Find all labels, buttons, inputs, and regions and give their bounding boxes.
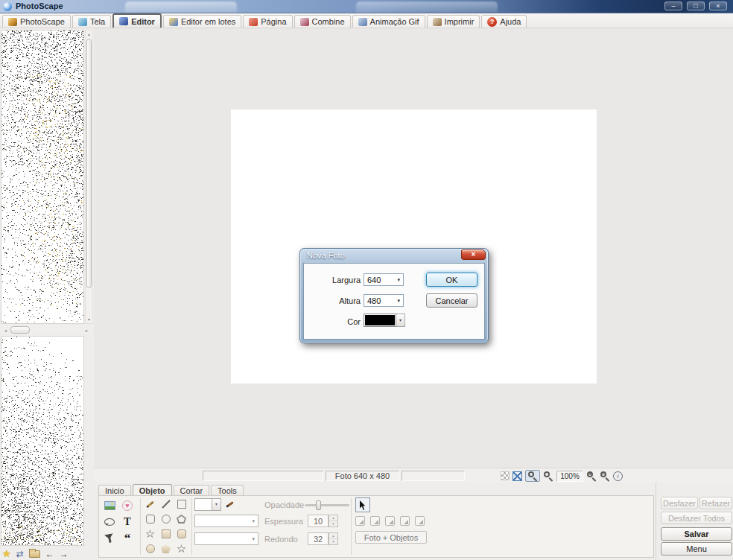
back-icon[interactable]: ← [45, 549, 54, 559]
favorites-icon[interactable]: ★ [2, 549, 11, 559]
dialog-close-button[interactable]: × [461, 249, 486, 260]
speech-balloon-icon[interactable] [104, 518, 115, 526]
insert-image-icon[interactable] [104, 501, 115, 510]
tab-tools[interactable]: Tools [211, 485, 244, 496]
ok-button[interactable]: OK [426, 273, 477, 287]
spin-down-icon[interactable]: ▾ [329, 539, 337, 544]
height-combobox[interactable]: 480 ▾ [364, 294, 404, 307]
spin-up-icon[interactable]: ▴ [329, 515, 337, 521]
thickness-stepper[interactable]: ▴ ▾ [329, 515, 338, 527]
zoom-out-icon[interactable]: − [600, 471, 610, 481]
spin-up-icon[interactable]: ▴ [329, 533, 337, 539]
filled-rectangle-tool-icon[interactable] [162, 529, 171, 538]
quote-tool-icon[interactable]: “ [124, 530, 131, 547]
filled-ellipse-tool-icon[interactable] [146, 544, 155, 553]
chevron-down-icon[interactable]: ▾ [397, 298, 400, 304]
tab-imprimir[interactable]: Imprimir [427, 15, 480, 28]
tree-vertical-scrollbar[interactable]: ▴ ▾ [85, 30, 93, 324]
width-combobox[interactable]: 640 ▾ [364, 273, 404, 286]
thumbnail-list-panel[interactable] [1, 336, 84, 546]
dialog-titlebar[interactable]: Nova Foto × [300, 249, 488, 263]
stroke-color-swatch[interactable] [194, 498, 212, 511]
tab-ajuda[interactable]: ?Ajuda [481, 15, 527, 28]
folder-tree-panel[interactable] [1, 30, 84, 324]
rotate-object-icon[interactable] [355, 516, 365, 526]
tab-objeto[interactable]: Objeto [133, 484, 172, 496]
select-object-button[interactable] [355, 497, 370, 512]
scroll-left-icon[interactable]: ◂ [2, 327, 9, 334]
pentagon-tool-icon[interactable] [177, 515, 186, 524]
gif-animation-tab-icon [358, 18, 367, 26]
filled-pentagon-tool-icon[interactable] [161, 544, 171, 553]
scroll-right-icon[interactable]: ▸ [83, 327, 90, 334]
minimize-icon: – [671, 2, 675, 10]
freehand-draw-icon[interactable] [145, 500, 155, 509]
fit-to-window-icon[interactable] [513, 471, 522, 481]
insert-clipart-icon[interactable]: ♥ [122, 500, 133, 511]
undo-all-button[interactable]: Desfazer Todos [661, 512, 732, 524]
round-stepper[interactable]: ▴ ▾ [329, 532, 338, 545]
duplicate-object-icon[interactable] [400, 516, 410, 526]
color-picker-combobox[interactable]: ▾ [364, 314, 405, 327]
order-object-icon[interactable] [385, 516, 395, 526]
slider-thumb[interactable] [316, 500, 321, 510]
tab-label: Tools [218, 486, 237, 495]
star-outline-tool-icon[interactable] [177, 544, 186, 553]
rectangle-tool-icon[interactable] [177, 500, 186, 509]
eyedropper-icon[interactable] [226, 500, 235, 509]
tab-tela[interactable]: Tela [72, 15, 111, 28]
line-style-combobox[interactable]: ▾ [194, 515, 258, 527]
tab-pagina[interactable]: Página [243, 15, 292, 28]
menu-button[interactable]: Menu [661, 542, 732, 556]
fill-style-combobox[interactable]: ▾ [194, 532, 258, 545]
tree-horizontal-scrollbar[interactable]: ◂ ▸ [0, 325, 93, 334]
scroll-up-icon[interactable]: ▴ [86, 31, 92, 38]
scrollbar-thumb[interactable] [10, 326, 30, 334]
redo-button[interactable]: Refazer [699, 497, 732, 509]
photo-plus-objects-button[interactable]: Foto + Objetos [355, 531, 427, 544]
filled-rounded-rectangle-tool-icon[interactable] [177, 529, 186, 538]
open-folder-icon[interactable] [29, 550, 40, 558]
zoom-selection-button[interactable] [525, 470, 540, 482]
opacity-slider[interactable] [305, 504, 349, 506]
chevron-down-icon[interactable]: ▾ [397, 277, 400, 283]
tab-label: Objeto [139, 486, 165, 495]
flip-object-icon[interactable] [370, 516, 380, 526]
tab-animacao-gif[interactable]: Animação Gif [352, 15, 425, 28]
zoom-in-icon[interactable]: + [586, 471, 597, 481]
window-titlebar[interactable]: PhotoScape – □ × [0, 0, 733, 13]
undo-button[interactable]: Desfazer [661, 497, 698, 509]
tab-cortar[interactable]: Cortar [174, 485, 210, 496]
star-tool-icon[interactable] [145, 529, 155, 538]
tab-combine[interactable]: Combine [294, 15, 351, 28]
refresh-icon[interactable]: ⇄ [16, 549, 24, 559]
spin-down-icon[interactable]: ▾ [329, 521, 337, 526]
minimize-button[interactable]: – [664, 1, 682, 10]
close-button[interactable]: × [709, 1, 727, 10]
filter-tool-icon[interactable] [104, 533, 115, 544]
tab-photoscape[interactable]: PhotoScape [2, 15, 71, 28]
tab-inicio[interactable]: Inicio [98, 485, 131, 496]
ellipse-tool-icon[interactable] [162, 515, 171, 524]
tab-editor[interactable]: Editor [112, 13, 162, 28]
color-swatch[interactable] [364, 314, 396, 327]
tab-editor-em-lotes[interactable]: Editor em lotes [163, 15, 241, 28]
text-tool-icon[interactable]: T [124, 517, 130, 527]
thickness-value[interactable]: 10 [308, 515, 329, 527]
transparency-grid-icon[interactable] [501, 471, 510, 480]
forward-icon[interactable]: → [60, 549, 69, 559]
cancel-button[interactable]: Cancelar [426, 293, 477, 308]
chevron-down-icon[interactable]: ▾ [212, 498, 221, 511]
zoom-actual-size-icon[interactable] [543, 471, 553, 481]
delete-object-icon[interactable] [415, 516, 425, 526]
scroll-down-icon[interactable]: ▾ [86, 316, 92, 323]
line-tool-icon[interactable] [162, 500, 170, 508]
round-value[interactable]: 32 [308, 532, 329, 545]
restore-button[interactable]: □ [687, 1, 705, 10]
image-info-icon[interactable]: i [613, 471, 623, 481]
chevron-down-icon[interactable]: ▾ [396, 314, 405, 327]
stroke-color-combobox[interactable]: ▾ [194, 498, 221, 511]
scrollbar-thumb[interactable] [86, 39, 92, 288]
rounded-rectangle-tool-icon[interactable] [146, 515, 155, 524]
save-button[interactable]: Salvar [661, 527, 732, 541]
